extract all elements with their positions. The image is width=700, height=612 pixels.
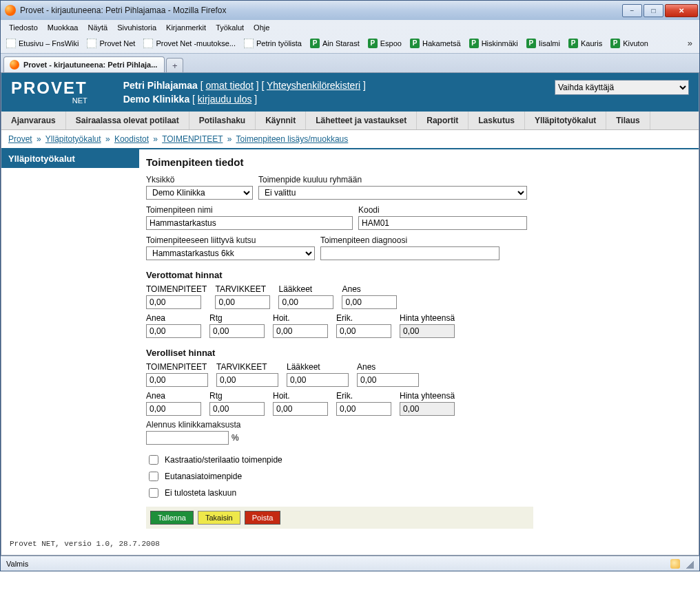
bookmark-item[interactable]: PAin Starast	[307, 37, 362, 50]
novat-laakkeet[interactable]	[278, 295, 333, 309]
vat-erik[interactable]	[336, 402, 391, 416]
novat-rtg[interactable]	[209, 324, 265, 338]
diag-input[interactable]	[320, 246, 500, 260]
bookmark-item[interactable]: Provet Net	[84, 37, 138, 50]
menu-history[interactable]: Sivuhistoria	[113, 22, 161, 33]
nav-laskutus[interactable]: Laskutus	[469, 112, 525, 129]
back-button[interactable]: Takaisin	[198, 511, 240, 525]
nav-yllapito[interactable]: Ylläpitotyökalut	[525, 112, 606, 129]
menu-tools[interactable]: Työkalut	[212, 22, 248, 33]
vat-rtg[interactable]	[209, 402, 265, 416]
chk-no-print[interactable]	[149, 488, 158, 498]
user-name: Petri Pihlajamaa	[123, 80, 198, 91]
crumb-edit[interactable]: Toimenpiteen lisäys/muokkaus	[236, 134, 349, 144]
bookmark-item[interactable]: PKauris	[566, 37, 605, 50]
vat-laakkeet[interactable]	[287, 373, 349, 387]
firefox-icon	[10, 60, 19, 70]
group-label: Toimenpide kuuluu ryhmään	[258, 175, 527, 184]
nav-raportit[interactable]: Raportit	[417, 112, 469, 129]
window-resize-grip[interactable]	[684, 559, 694, 569]
window-minimize-button[interactable]: −	[622, 4, 642, 17]
bookmarks-overflow-button[interactable]: »	[683, 36, 697, 50]
bookmark-label: Kauris	[581, 39, 602, 48]
label-rtg: Rtg	[209, 313, 265, 323]
delete-button[interactable]: Poista	[245, 511, 281, 525]
vat-hoit[interactable]	[273, 402, 328, 416]
novat-tarvikkeet[interactable]	[215, 295, 270, 309]
discount-input[interactable]	[146, 431, 229, 445]
nav-ajanvaraus[interactable]: Ajanvaraus	[1, 112, 66, 129]
bookmark-item[interactable]: Petrin työlista	[241, 37, 305, 50]
code-input[interactable]	[358, 216, 527, 230]
nav-potilashaku[interactable]: Potilashaku	[189, 112, 256, 129]
menu-file[interactable]: Tiedosto	[5, 22, 42, 33]
tab-title: Provet - kirjautuneena: Petri Pihlaja...	[23, 61, 157, 69]
browser-menubar: Tiedosto Muokkaa Näytä Sivuhistoria Kirj…	[1, 20, 699, 34]
discount-suffix: %	[231, 433, 239, 443]
provet-icon: P	[310, 39, 320, 48]
vat-toimenpiteet[interactable]	[146, 373, 208, 387]
window-close-button[interactable]: ✕	[665, 4, 698, 17]
novat-hoit[interactable]	[273, 324, 328, 338]
main-nav: Ajanvaraus Sairaalassa olevat potilaat P…	[1, 112, 699, 130]
bookmark-item[interactable]: PHiskinmäki	[466, 37, 521, 50]
contacts-link[interactable]: Yhteyshenkilörekisteri	[267, 80, 360, 91]
unit-select[interactable]: Demo Klinikka	[146, 186, 253, 200]
bookmark-item[interactable]: PHakametsä	[407, 37, 464, 50]
window-maximize-button[interactable]: □	[644, 4, 663, 17]
novat-erik[interactable]	[336, 324, 391, 338]
own-info-link[interactable]: omat tiedot	[206, 80, 254, 91]
chk-castration[interactable]	[149, 455, 158, 465]
crumb-koodistot[interactable]: Koodistot	[114, 134, 149, 144]
novat-total	[400, 324, 455, 338]
crumb-sep: »	[34, 134, 43, 144]
menu-edit[interactable]: Muokkaa	[43, 22, 83, 33]
name-input[interactable]	[146, 216, 353, 230]
novat-anes[interactable]	[342, 295, 397, 309]
provet-icon: P	[410, 39, 420, 48]
label-laakkeet: Lääkkeet	[278, 284, 333, 294]
vat-anes[interactable]	[357, 373, 419, 387]
nav-tilaus[interactable]: Tilaus	[606, 112, 650, 129]
browser-tab[interactable]: Provet - kirjautuneena: Petri Pihlaja...	[3, 56, 165, 72]
menu-bookmarks[interactable]: Kirjanmerkit	[162, 22, 210, 33]
window-title: Provet - kirjautuneena: Petri Pihlajamaa…	[20, 6, 622, 15]
save-button[interactable]: Tallenna	[150, 511, 194, 525]
novat-toimenpiteet[interactable]	[146, 295, 201, 309]
bookmark-item[interactable]: Provet Net -muutokse...	[141, 37, 238, 50]
crumb-sep: »	[151, 134, 160, 144]
bookmark-item[interactable]: PIisalmi	[524, 37, 563, 50]
nav-kaynnit[interactable]: Käynnit	[256, 112, 306, 129]
group-select[interactable]: Ei valittu	[258, 186, 527, 200]
crumb-toimenpiteet[interactable]: TOIMENPITEET	[162, 134, 223, 144]
call-select[interactable]: Hammastarkastus 6kk	[146, 246, 315, 260]
provet-icon: P	[368, 39, 378, 48]
novat-anea[interactable]	[146, 324, 201, 338]
bookmark-item[interactable]: PKivuton	[608, 37, 651, 50]
bookmark-label: Iisalmi	[539, 39, 560, 48]
label-erik: Erik.	[336, 313, 391, 323]
label-vat-anes: Anes	[357, 362, 419, 372]
tab-strip: Provet - kirjautuneena: Petri Pihlaja...…	[1, 54, 699, 73]
new-tab-button[interactable]: +	[166, 58, 183, 72]
provet-icon: P	[568, 39, 578, 48]
call-label: Toimenpiteeseen liittyvä kutsu	[146, 235, 315, 245]
vat-anea[interactable]	[146, 402, 201, 416]
label-novat-total: Hinta yhteensä	[400, 313, 455, 323]
bookmarks-toolbar: Etusivu – FnsWiki Provet Net Provet Net …	[1, 34, 699, 54]
menu-view[interactable]: Näytä	[83, 22, 112, 33]
logout-link[interactable]: kirjaudu ulos	[198, 94, 252, 105]
chk-euthanasia[interactable]	[149, 472, 158, 481]
bookmark-item[interactable]: PEspoo	[365, 37, 404, 50]
nav-lahetteet[interactable]: Lähetteet ja vastaukset	[306, 112, 417, 129]
label-toimenpiteet: TOIMENPITEET	[146, 284, 207, 294]
diag-label: Toimenpiteen diagnoosi	[320, 235, 500, 245]
nav-sairaala[interactable]: Sairaalassa olevat potilaat	[66, 112, 189, 129]
status-script-icon[interactable]	[670, 559, 680, 569]
bookmark-item[interactable]: Etusivu – FnsWiki	[3, 37, 81, 50]
crumb-yllapito[interactable]: Ylläpitotyökalut	[45, 134, 101, 144]
vat-tarvikkeet[interactable]	[216, 373, 278, 387]
menu-help[interactable]: Ohje	[249, 22, 274, 33]
switch-user-select[interactable]: Vaihda käyttäjä	[555, 80, 689, 95]
crumb-provet[interactable]: Provet	[8, 134, 32, 144]
